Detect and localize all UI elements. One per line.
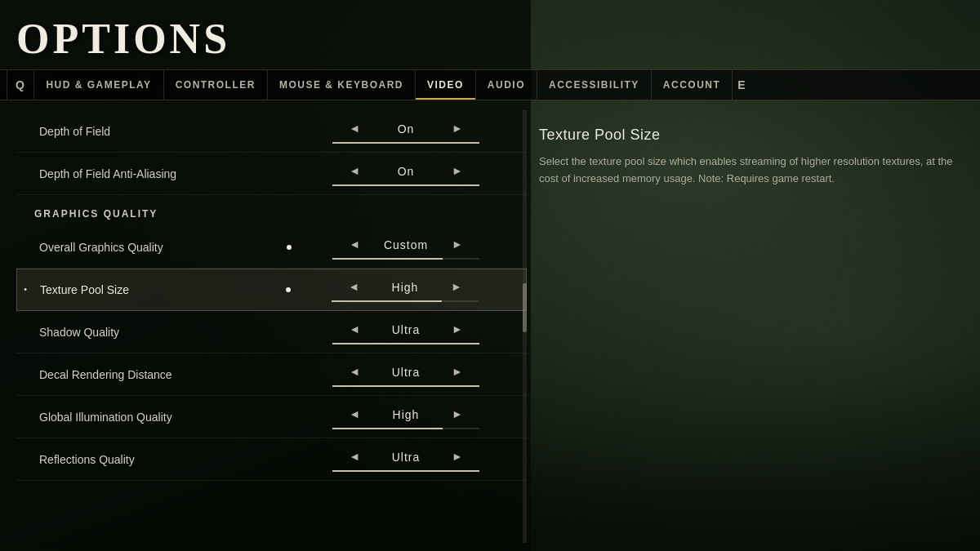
info-title: Texture Pool Size <box>539 127 964 144</box>
setting-label: Overall Graphics Quality <box>39 241 282 254</box>
nav-hud-gameplay[interactable]: HUD & GAMEPLAY <box>34 70 163 100</box>
control-area: ◄ On ► <box>292 162 520 186</box>
control-area: ◄ On ► <box>292 119 520 144</box>
setting-value: On <box>373 122 439 136</box>
setting-label: Texture Pool Size <box>40 283 281 296</box>
value-bar-fill <box>332 428 443 429</box>
arrow-left[interactable]: ◄ <box>342 447 367 467</box>
setting-label: Reflections Quality <box>39 453 292 466</box>
nav-bar: Q HUD & GAMEPLAY CONTROLLER MOUSE & KEYB… <box>0 69 980 100</box>
control-area: ◄ High ► <box>291 278 519 302</box>
scrollbar-thumb[interactable] <box>523 283 527 332</box>
arrow-left[interactable]: ◄ <box>342 320 367 340</box>
setting-value: Ultra <box>373 323 439 336</box>
setting-label: Depth of Field Anti-Aliasing <box>39 167 292 180</box>
nav-accessibility[interactable]: ACCESSIBILITY <box>537 70 652 100</box>
control-row: ◄ Ultra ► <box>292 447 520 467</box>
setting-value: High <box>373 408 439 421</box>
value-bar <box>332 470 479 472</box>
setting-row-global-illumination[interactable]: Global Illumination Quality ◄ High ► <box>16 396 527 438</box>
control-area: ◄ Custom ► <box>292 235 520 260</box>
arrow-right[interactable]: ► <box>445 320 470 340</box>
info-panel: Texture Pool Size Select the texture poo… <box>539 127 964 188</box>
arrow-left[interactable]: ◄ <box>342 235 367 255</box>
arrow-right[interactable]: ► <box>445 162 470 181</box>
value-bar-fill <box>332 142 479 144</box>
arrow-left[interactable]: ◄ <box>342 162 367 181</box>
section-header-graphics: GRAPHICS QUALITY <box>16 195 527 226</box>
control-row: ◄ High ► <box>291 278 519 297</box>
value-bar-fill <box>332 184 479 186</box>
control-area: ◄ Ultra ► <box>292 362 520 387</box>
control-row: ◄ Custom ► <box>292 235 520 255</box>
nav-video[interactable]: VIDEO <box>416 70 476 100</box>
value-bar-fill <box>332 343 479 344</box>
setting-value: On <box>373 165 439 178</box>
setting-row-decal-rendering[interactable]: Decal Rendering Distance ◄ Ultra ► <box>16 353 527 396</box>
arrow-right[interactable]: ► <box>445 362 470 382</box>
arrow-right[interactable]: ► <box>444 278 469 297</box>
value-bar <box>332 385 479 387</box>
nav-audio[interactable]: AUDIO <box>476 70 537 100</box>
value-bar-fill <box>332 258 443 260</box>
control-area: ◄ Ultra ► <box>292 320 520 344</box>
setting-label: Decal Rendering Distance <box>39 368 292 381</box>
settings-panel: Depth of Field ◄ On ► Depth of Field Ant… <box>16 110 527 543</box>
arrow-left[interactable]: ◄ <box>342 119 367 139</box>
nav-account[interactable]: ACCOUNT <box>652 70 733 100</box>
setting-label: Depth of Field <box>39 125 292 138</box>
control-row: ◄ Ultra ► <box>292 362 520 382</box>
nav-mouse-keyboard[interactable]: MOUSE & KEYBOARD <box>268 70 416 100</box>
nav-q-bracket[interactable]: Q <box>7 70 34 100</box>
value-bar <box>332 300 479 302</box>
value-bar <box>332 428 479 429</box>
setting-label: Shadow Quality <box>39 326 292 339</box>
control-row: ◄ High ► <box>292 405 520 424</box>
setting-value: High <box>372 281 438 294</box>
arrow-right[interactable]: ► <box>445 405 470 424</box>
control-area: ◄ Ultra ► <box>292 447 520 472</box>
control-row: ◄ Ultra ► <box>292 320 520 340</box>
value-bar-fill <box>332 300 442 302</box>
arrow-left[interactable]: ◄ <box>342 362 367 382</box>
arrow-left[interactable]: ◄ <box>342 405 367 424</box>
nav-e-bracket[interactable]: E <box>733 70 751 100</box>
page: OPTIONS Q HUD & GAMEPLAY CONTROLLER MOUS… <box>0 0 980 551</box>
info-description: Select the texture pool size which enabl… <box>539 153 964 188</box>
setting-value: Ultra <box>373 451 439 464</box>
control-row: ◄ On ► <box>292 119 520 139</box>
arrow-right[interactable]: ► <box>445 119 470 139</box>
setting-label: Global Illumination Quality <box>39 411 292 424</box>
value-bar <box>332 258 479 260</box>
row-bullet: • <box>24 284 35 296</box>
setting-row-dof-aa[interactable]: Depth of Field Anti-Aliasing ◄ On ► <box>16 153 527 195</box>
arrow-right[interactable]: ► <box>445 447 470 467</box>
control-area: ◄ High ► <box>292 405 520 429</box>
setting-row-shadow-quality[interactable]: Shadow Quality ◄ Ultra ► <box>16 311 527 353</box>
page-title: OPTIONS <box>16 15 230 63</box>
nav-controller[interactable]: CONTROLLER <box>164 70 268 100</box>
scrollbar-track[interactable] <box>523 110 527 543</box>
setting-value: Custom <box>373 238 439 251</box>
arrow-left[interactable]: ◄ <box>341 278 366 297</box>
setting-value: Ultra <box>373 366 439 379</box>
value-bar-fill <box>332 385 479 387</box>
setting-row-depth-of-field[interactable]: Depth of Field ◄ On ► <box>16 110 527 153</box>
arrow-right[interactable]: ► <box>445 235 470 255</box>
value-bar <box>332 142 479 144</box>
value-bar <box>332 184 479 186</box>
value-bar <box>332 343 479 344</box>
setting-row-texture-pool-size[interactable]: • Texture Pool Size ◄ High ► <box>16 269 527 311</box>
control-row: ◄ On ► <box>292 162 520 181</box>
setting-row-reflections-quality[interactable]: Reflections Quality ◄ Ultra ► <box>16 438 527 481</box>
value-bar-fill <box>332 470 479 472</box>
setting-row-overall-graphics[interactable]: Overall Graphics Quality ◄ Custom ► <box>16 226 527 269</box>
